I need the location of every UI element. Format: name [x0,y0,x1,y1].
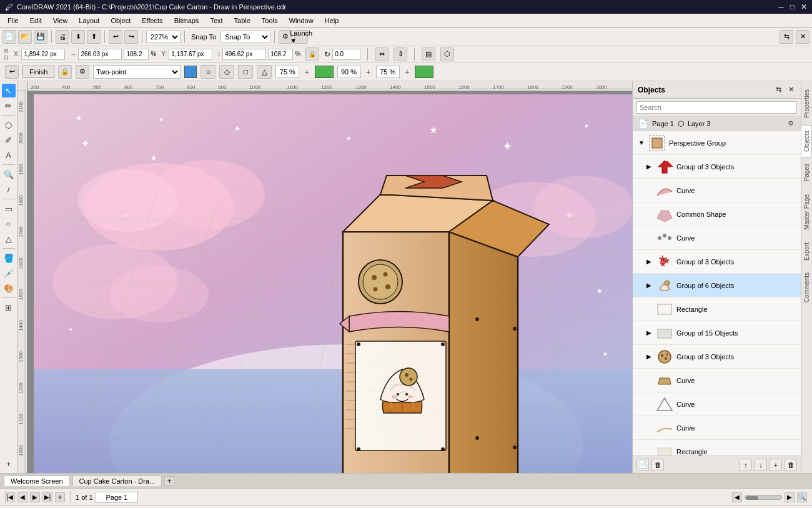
close-button[interactable]: ✕ [801,2,807,11]
select-tool[interactable]: ↖ [2,84,16,97]
obj-group3-stars[interactable]: ▶ Group of 3 Objects [633,250,801,274]
freehand-tool[interactable]: ✏ [2,99,16,112]
color-box-blue[interactable] [184,66,197,78]
canvas-viewport[interactable]: ✦ ✦ ✦ ✦ ✦ ✦ ✦ ✦ ✦ [27,91,632,473]
tab-export[interactable]: Export [801,237,812,266]
pct1-input[interactable] [275,66,299,78]
panel-close-button[interactable]: ✕ [786,85,796,95]
import-button[interactable]: ⬇ [71,30,85,44]
new-button[interactable]: 📄 [2,30,16,44]
tab-welcome-screen[interactable]: Welcome Screen [4,476,70,486]
expand-icon-group3-stars[interactable]: ▶ [645,258,653,266]
menu-object[interactable]: Object [106,16,136,26]
open-button[interactable]: 📂 [18,30,32,44]
snap-to-select[interactable]: Snap To [220,31,270,43]
layer-settings-button[interactable]: ⚙ [786,119,796,129]
text-tool[interactable]: A [2,148,16,162]
obj-curve-tan[interactable]: ▶ Curve [633,369,801,392]
pct3-plus-btn[interactable]: + [404,67,411,77]
menu-table[interactable]: Table [229,16,255,26]
first-page-button[interactable]: |◀ [5,492,15,502]
undo-button[interactable]: ↩ [109,30,122,44]
polygon-tool[interactable]: △ [2,232,16,246]
obj-group3-cookie[interactable]: ▶ Group of 3 Objects [633,345,801,369]
shape-square-btn[interactable]: □ [238,65,253,79]
obj-curve-triangle[interactable]: ▶ Curve [633,392,801,416]
pct2-plus-btn[interactable]: + [365,67,372,77]
w-input[interactable] [78,49,122,60]
pct3-input[interactable] [376,66,400,78]
obj-curve-dots[interactable]: ▶ Curve [633,226,801,250]
zoom-out-button[interactable]: 🔍 [797,492,807,502]
obj-rectangle-1[interactable]: ▶ Rectangle [633,297,801,321]
save-button[interactable]: 💾 [34,30,47,44]
obj-group15[interactable]: ▶ Group of 15 Objects [633,321,801,345]
fill-tool[interactable]: 🪣 [2,251,16,265]
expand-icon-group6-cupcake[interactable]: ▶ [645,282,653,289]
mirror-v-button[interactable]: ⇕ [394,47,407,61]
eyedropper-tool[interactable]: 💉 [2,266,16,280]
lock-ratio-button[interactable]: 🔒 [305,47,319,61]
page-tab-1[interactable]: Page 1 [96,492,139,503]
zoom-select[interactable]: 227% 100% 50% [146,31,181,43]
menu-view[interactable]: View [48,16,73,26]
add-layer-button[interactable]: + [2,457,16,471]
delete-layer-button[interactable]: 🗑 [651,459,664,471]
angle-input[interactable] [332,49,360,60]
next-page-button[interactable]: ▶ [30,492,40,502]
y-input[interactable] [169,49,212,60]
obj-common-shape[interactable]: ▶ Common Shape [633,202,801,226]
objects-list[interactable]: ▼ Perspective Group ▶ Group of 3 Objects… [633,131,801,456]
perspective-settings-button[interactable]: ⚙ [76,65,89,79]
ellipse-tool[interactable]: ○ [2,217,16,231]
expand-icon-perspective[interactable]: ▼ [638,139,645,147]
expand-icon-group3-arrows[interactable]: ▶ [645,163,653,171]
export-button[interactable]: ⬆ [87,30,101,44]
tab-document[interactable]: Cup Cake Carton - Dra... [72,476,162,486]
order-button[interactable]: ⬡ [440,47,454,61]
bezier-tool[interactable]: ✐ [2,133,16,147]
obj-group3-arrows[interactable]: ▶ Group of 3 Objects [633,155,801,179]
scroll-right-button[interactable]: ▶ [785,492,795,502]
straighten-tool[interactable]: / [2,182,16,196]
pattern-tool[interactable]: ⊞ [2,301,16,314]
x-input[interactable] [21,49,65,60]
w-pct-input[interactable] [124,49,149,60]
tab-pages[interactable]: Pages [801,158,812,187]
obj-perspective-group[interactable]: ▼ Perspective Group [633,131,801,155]
obj-group6-cupcake[interactable]: ▶ Group of 6 Objects [633,274,801,297]
color-box-green2[interactable] [415,66,433,78]
move-up-button[interactable]: ↑ [740,459,752,471]
pct2-input[interactable] [337,66,361,78]
align-button[interactable]: ▤ [422,47,435,61]
last-page-button[interactable]: ▶| [42,492,52,502]
tab-comments[interactable]: Comments [801,267,812,308]
obj-rectangle-2[interactable]: ▶ Rectangle [633,440,801,456]
delete-object-button[interactable]: 🗑 [785,459,797,471]
color-box-green1[interactable] [315,66,334,78]
menu-file[interactable]: File [2,16,24,26]
new-layer-button[interactable]: 📄 [636,459,649,471]
menu-edit[interactable]: Edit [25,16,47,26]
pct1-plus-btn[interactable]: + [303,67,310,77]
perspective-type-select[interactable]: Two-point One-point Three-point [93,65,181,79]
shape-triangle-btn[interactable]: △ [257,65,272,79]
scroll-left-button[interactable]: ◀ [732,492,742,502]
panel-collapse-button[interactable]: ⇆ [773,85,783,95]
menu-bitmaps[interactable]: Bitmaps [169,16,204,26]
maximize-button[interactable]: □ [790,2,795,11]
perspective-lock-button[interactable]: 🔒 [58,65,72,79]
menu-tools[interactable]: Tools [257,16,283,26]
print-button[interactable]: 🖨 [56,30,69,44]
move-down-button[interactable]: ↓ [755,459,767,471]
launch-button[interactable]: Launch ▼ [294,30,308,44]
pick-tool[interactable]: ⬡ [2,118,16,132]
menu-help[interactable]: Help [320,16,344,26]
close-panel-button[interactable]: ✕ [796,30,810,44]
shape-ellipse-btn[interactable]: ○ [201,65,215,79]
redo-button[interactable]: ↪ [124,30,138,44]
h-input[interactable] [222,49,266,60]
expand-icon-group15[interactable]: ▶ [645,329,653,337]
menu-layout[interactable]: Layout [74,16,104,26]
menu-text[interactable]: Text [205,16,227,26]
